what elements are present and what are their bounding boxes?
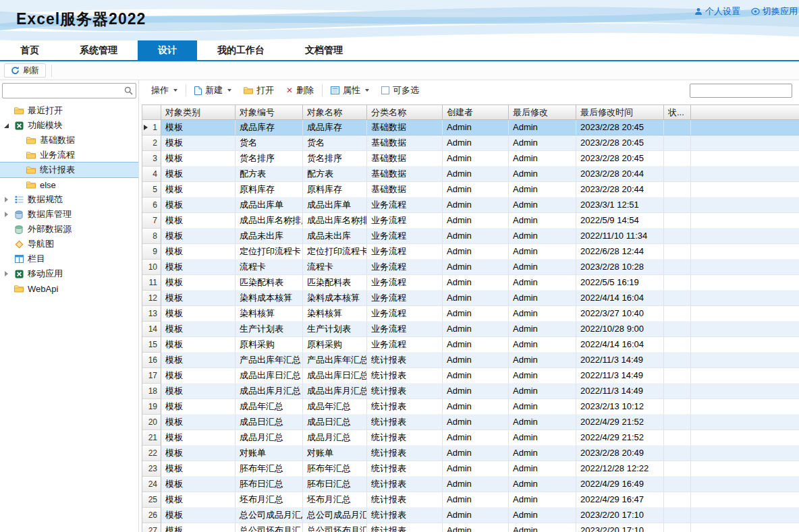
cell: 业务流程: [367, 260, 443, 275]
table-row[interactable]: 11模板匹染配料表匹染配料表业务流程AdminAdmin2022/5/5 16:…: [142, 275, 799, 291]
delete-button[interactable]: ✕ 删除: [282, 83, 318, 98]
row-number[interactable]: 27: [142, 523, 161, 532]
toolbar-separator: [322, 84, 323, 96]
action-button[interactable]: 操作: [147, 83, 182, 98]
row-number[interactable]: 22: [142, 446, 161, 461]
table-row[interactable]: 8模板成品未出库成品未出库业务流程AdminAdmin2022/11/10 11…: [142, 229, 799, 244]
table-row[interactable]: 1模板成品库存成品库存基础数据AdminAdmin2023/2/28 20:45: [142, 120, 799, 136]
sidebar-item-6[interactable]: 数据规范: [0, 192, 138, 207]
table-row[interactable]: 23模板胚布年汇总胚布年汇总统计报表AdminAdmin2022/12/28 1…: [142, 461, 799, 477]
row-number[interactable]: 7: [142, 213, 161, 229]
table-row[interactable]: 20模板成品日汇总成品日汇总统计报表AdminAdmin2022/4/29 21…: [142, 415, 799, 430]
table-row[interactable]: 22模板对账单对账单统计报表AdminAdmin2023/2/28 20:49: [142, 446, 799, 461]
table-row[interactable]: 15模板原料采购原料采购业务流程AdminAdmin2022/4/14 16:0…: [142, 337, 799, 353]
table-row[interactable]: 13模板染料核算染料核算业务流程AdminAdmin2022/3/27 10:4…: [142, 306, 799, 322]
row-number[interactable]: 25: [142, 492, 161, 508]
table-row[interactable]: 27模板总公司坯布月汇总总公司坯布月汇总统计报表AdminAdmin2023/2…: [142, 523, 799, 532]
table-row[interactable]: 12模板染料成本核算染料成本核算业务流程AdminAdmin2022/4/14 …: [142, 291, 799, 306]
tab-doc-management[interactable]: 文档管理: [285, 40, 363, 60]
row-number[interactable]: 23: [142, 461, 161, 477]
tab-my-workbench[interactable]: 我的工作台: [197, 40, 285, 60]
tree-toggle-icon[interactable]: [3, 211, 10, 218]
sidebar-item-4[interactable]: 统计报表: [0, 162, 138, 177]
table-row[interactable]: 10模板流程卡流程卡业务流程AdminAdmin2023/2/28 10:28: [142, 260, 799, 275]
column-header-5[interactable]: 最后修改: [509, 105, 576, 120]
row-number[interactable]: 14: [142, 322, 161, 337]
new-button[interactable]: 新建: [190, 83, 236, 98]
cell: Admin: [443, 182, 509, 198]
table-row[interactable]: 5模板原料库存原料库存基础数据AdminAdmin2023/2/28 20:44: [142, 182, 799, 198]
table-row[interactable]: 9模板定位打印流程卡定位打印流程卡业务流程AdminAdmin2022/6/28…: [142, 244, 799, 260]
sidebar-item-9[interactable]: 导航图: [0, 237, 138, 252]
refresh-button[interactable]: 刷新: [4, 63, 46, 78]
table-row[interactable]: 19模板成品年汇总成品年汇总统计报表AdminAdmin2023/2/13 10…: [142, 399, 799, 415]
column-header-1[interactable]: 对象编号: [236, 105, 303, 120]
row-number[interactable]: 20: [142, 415, 161, 430]
column-header-0[interactable]: 对象类别: [161, 105, 236, 120]
table-row[interactable]: 16模板产品出库年汇总产品出库年汇总统计报表AdminAdmin2022/11/…: [142, 353, 799, 368]
table-row[interactable]: 26模板总公司成品月汇总总公司成品月汇总统计报表AdminAdmin2023/2…: [142, 508, 799, 523]
sidebar-item-8[interactable]: 外部数据源: [0, 222, 138, 237]
column-header-4[interactable]: 创建者: [443, 105, 509, 120]
table-row[interactable]: 17模板成品出库日汇总成品出库日汇总统计报表AdminAdmin2022/11/…: [142, 368, 799, 384]
column-header-7[interactable]: 状...: [664, 105, 691, 120]
row-number[interactable]: 5: [142, 182, 161, 198]
tab-system-admin[interactable]: 系统管理: [59, 40, 138, 60]
sidebar-item-11[interactable]: 移动应用: [0, 266, 138, 281]
row-number[interactable]: 12: [142, 291, 161, 306]
tree-toggle-icon[interactable]: [3, 122, 10, 129]
properties-button[interactable]: 属性: [327, 83, 373, 98]
row-number[interactable]: 15: [142, 337, 161, 353]
row-number[interactable]: 24: [142, 477, 161, 492]
row-number[interactable]: 13: [142, 306, 161, 322]
column-header-2[interactable]: 对象名称: [303, 105, 367, 120]
row-number[interactable]: 26: [142, 508, 161, 523]
table-row[interactable]: 18模板成品出库月汇总成品出库月汇总统计报表AdminAdmin2022/11/…: [142, 384, 799, 399]
column-header-3[interactable]: 分类名称: [367, 105, 443, 120]
row-number[interactable]: 18: [142, 384, 161, 399]
row-number[interactable]: 2: [142, 136, 161, 151]
multiselect-checkbox[interactable]: [381, 86, 389, 94]
sidebar-item-1[interactable]: 功能模块: [0, 118, 138, 133]
switch-app-link[interactable]: 切换应用: [751, 5, 798, 18]
row-number[interactable]: 17: [142, 368, 161, 384]
tab-home[interactable]: 首页: [0, 40, 59, 60]
row-number[interactable]: 10: [142, 260, 161, 275]
table-row[interactable]: 14模板生产计划表生产计划表业务流程AdminAdmin2022/10/28 9…: [142, 322, 799, 337]
sidebar-item-3[interactable]: 业务流程: [0, 148, 138, 162]
current-row-marker-icon: [144, 125, 148, 130]
row-number[interactable]: 16: [142, 353, 161, 368]
table-row[interactable]: 4模板配方表配方表基础数据AdminAdmin2023/2/28 20:44: [142, 167, 799, 182]
table-row[interactable]: 6模板成品出库单成品出库单业务流程AdminAdmin2023/3/1 12:5…: [142, 198, 799, 213]
table-row[interactable]: 24模板胚布日汇总胚布日汇总统计报表AdminAdmin2022/4/29 16…: [142, 477, 799, 492]
tree-toggle-icon[interactable]: [3, 270, 10, 278]
table-search-input[interactable]: [690, 84, 792, 98]
table-row[interactable]: 2模板货名货名基础数据AdminAdmin2023/2/28 20:45: [142, 136, 799, 151]
tree-toggle-icon[interactable]: [3, 196, 10, 204]
sidebar-search-input[interactable]: [2, 83, 136, 98]
table-row[interactable]: 7模板成品出库名称排序成品出库名称排序业务流程AdminAdmin2022/5/…: [142, 213, 799, 229]
row-number[interactable]: 19: [142, 399, 161, 415]
sidebar-item-12[interactable]: WebApi: [0, 281, 138, 296]
sidebar-item-7[interactable]: 数据库管理: [0, 207, 138, 222]
sidebar-item-10[interactable]: 栏目: [0, 252, 138, 266]
open-button[interactable]: 打开: [240, 83, 278, 98]
row-number[interactable]: 9: [142, 244, 161, 260]
row-number[interactable]: 4: [142, 167, 161, 182]
row-number[interactable]: 11: [142, 275, 161, 291]
row-number[interactable]: 8: [142, 229, 161, 244]
row-number[interactable]: 6: [142, 198, 161, 213]
table-row[interactable]: 25模板坯布月汇总坯布月汇总统计报表AdminAdmin2022/4/29 16…: [142, 492, 799, 508]
row-number[interactable]: 21: [142, 430, 161, 446]
table-row[interactable]: 21模板成品月汇总成品月汇总统计报表AdminAdmin2022/4/29 21…: [142, 430, 799, 446]
table-row[interactable]: 3模板货名排序货名排序基础数据AdminAdmin2023/2/28 20:45: [142, 151, 799, 167]
personal-settings-link[interactable]: 个人设置: [694, 5, 740, 18]
multiselect-toggle[interactable]: 可多选: [377, 83, 423, 98]
sidebar-item-5[interactable]: else: [0, 177, 138, 192]
column-header-6[interactable]: 最后修改时间: [576, 105, 664, 120]
row-number[interactable]: 3: [142, 151, 161, 167]
tab-design[interactable]: 设计: [138, 40, 197, 60]
sidebar-item-2[interactable]: 基础数据: [0, 133, 138, 148]
sidebar-item-0[interactable]: 最近打开: [0, 103, 138, 118]
row-number[interactable]: 1: [142, 120, 161, 136]
